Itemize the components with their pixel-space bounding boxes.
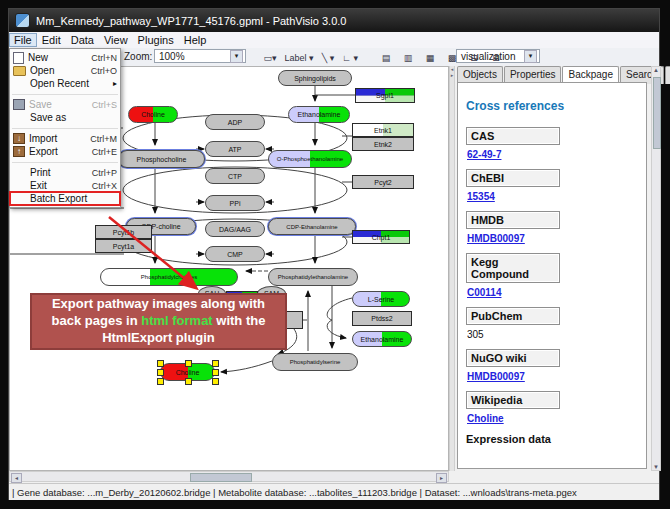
- node-phosphocholine[interactable]: Phosphocholine: [118, 150, 205, 168]
- xref-link[interactable]: 15354: [467, 191, 495, 202]
- export-icon: ↑: [13, 146, 25, 157]
- menu-item-label: Open Recent: [30, 78, 113, 89]
- label-tool-dropdown[interactable]: Label ▾: [281, 49, 317, 66]
- menu-item-shortcut: Ctrl+X: [92, 181, 117, 191]
- selection-handle[interactable]: [185, 378, 192, 385]
- node-etnk2[interactable]: Etnk2: [352, 137, 414, 151]
- chevron-down-icon[interactable]: ▾: [230, 50, 243, 63]
- node-phosphatidylethanolamine[interactable]: Phosphatidylethanolamine: [268, 268, 358, 286]
- menu-item-label: Save as: [30, 112, 117, 123]
- file-menu-item-open[interactable]: OpenCtrl+O: [10, 64, 120, 77]
- node-dag-aag[interactable]: DAG/AAG: [205, 221, 265, 237]
- file-menu-item-batch-export[interactable]: Batch Export: [10, 192, 120, 205]
- selection-handle[interactable]: [157, 378, 164, 385]
- xref-link[interactable]: 62-49-7: [467, 149, 501, 160]
- title-bar[interactable]: Mm_Kennedy_pathway_WP1771_45176.gpml - P…: [9, 9, 659, 32]
- selection-handle[interactable]: [212, 360, 219, 367]
- node-chpt1[interactable]: Chpt1: [352, 230, 410, 244]
- node-ctp[interactable]: CTP: [205, 168, 265, 184]
- node-pcyt2[interactable]: Pcyt2: [352, 175, 414, 189]
- status-bar: | Gene database: ...m_Derby_20120602.bri…: [9, 483, 659, 500]
- file-menu-item-save-as[interactable]: Save as: [10, 111, 120, 124]
- distribute-vertical-button[interactable]: ▩: [441, 49, 463, 66]
- menu-data[interactable]: Data: [66, 33, 99, 47]
- node-adp[interactable]: ADP: [205, 114, 265, 130]
- menu-item-label: New: [28, 52, 91, 63]
- common-height-button[interactable]: ⊞: [485, 49, 507, 66]
- node-ptdss2[interactable]: Ptdss2: [352, 311, 412, 326]
- xref-source-header: NuGO wiki: [466, 349, 560, 367]
- menu-item-shortcut: Ctrl+N: [91, 53, 117, 63]
- file-menu-item-print[interactable]: PrintCtrl+P: [10, 166, 120, 179]
- node-etnk1[interactable]: Etnk1: [352, 123, 414, 137]
- menu-plugins[interactable]: Plugins: [133, 33, 179, 47]
- node-ethanolamine-bottom[interactable]: Ethanolamine: [352, 331, 412, 347]
- connector-tool-dropdown[interactable]: ∟ ▾: [339, 49, 361, 66]
- canvas-horizontal-scrollbar[interactable]: ◂ ▸: [9, 471, 449, 482]
- datanode-type-dropdown[interactable]: ▭▾: [259, 49, 281, 66]
- node-ethanolamine-top[interactable]: Ethanolamine: [288, 106, 350, 123]
- window-title: Mm_Kennedy_pathway_WP1771_45176.gpml - P…: [36, 15, 346, 27]
- submenu-arrow-icon: ▸: [113, 79, 117, 88]
- node-o-phosphoethanolamine[interactable]: O-Phosphoethanolamine: [268, 150, 352, 168]
- node-hidden-gene[interactable]: [285, 311, 303, 329]
- scrollbar-thumb[interactable]: [653, 77, 661, 149]
- line-tool-dropdown[interactable]: ╲ ▾: [317, 49, 339, 66]
- file-menu-item-export[interactable]: ↑ExportCtrl+E: [10, 145, 120, 158]
- xref-value: HMDB00097: [467, 371, 638, 382]
- node-choline-top[interactable]: Choline: [128, 106, 178, 123]
- tab-legend[interactable]: Legend: [665, 66, 670, 84]
- xref-link[interactable]: HMDB00097: [467, 371, 525, 382]
- selection-handle[interactable]: [212, 378, 219, 385]
- xref-source-header: PubChem: [466, 307, 560, 325]
- file-menu-item-save[interactable]: SaveCtrl+S: [10, 98, 120, 111]
- align-center-x-button[interactable]: ▤: [375, 49, 397, 66]
- align-center-y-button[interactable]: ▥: [397, 49, 419, 66]
- panel-vertical-scrollbar[interactable]: ▲▼: [651, 66, 661, 471]
- menu-bar: FileEditDataViewPluginsHelp: [9, 32, 659, 49]
- menu-separator: [12, 124, 118, 129]
- menu-item-shortcut: Ctrl+S: [92, 100, 117, 110]
- xref-link[interactable]: HMDB00097: [467, 233, 525, 244]
- node-pcyt1a[interactable]: Pcyt1a: [95, 239, 152, 253]
- selection-handle[interactable]: [185, 360, 192, 367]
- node-phosphatidylcholines[interactable]: Phosphatidylcholines: [100, 268, 238, 286]
- node-cmp[interactable]: CMP: [205, 246, 265, 262]
- menu-item-shortcut: Ctrl+O: [91, 66, 117, 76]
- node-atp[interactable]: ATP: [205, 141, 265, 157]
- zoom-value: 100%: [159, 51, 185, 62]
- selection-handle[interactable]: [157, 360, 164, 367]
- file-menu-item-exit[interactable]: ExitCtrl+X: [10, 179, 120, 192]
- menu-item-shortcut: Ctrl+E: [92, 147, 117, 157]
- menu-help[interactable]: Help: [179, 33, 212, 47]
- node-sgpl1[interactable]: Sgpl1: [355, 88, 415, 103]
- scroll-left-icon[interactable]: ◂: [11, 473, 22, 483]
- selection-handle[interactable]: [212, 369, 219, 376]
- backpage-section: HMDBHMDB00097: [466, 211, 638, 244]
- xref-link[interactable]: Choline: [467, 413, 504, 424]
- distribute-horizontal-button[interactable]: ▦: [419, 49, 441, 66]
- menu-separator: [12, 90, 118, 95]
- selection-handle[interactable]: [157, 369, 164, 376]
- common-width-button[interactable]: ⊟: [463, 49, 485, 66]
- xref-value: C00114: [467, 287, 638, 298]
- node-pcyt1b[interactable]: Pcyt1b: [95, 225, 152, 239]
- node-phosphatidylserine[interactable]: Phosphatidylserine: [272, 353, 358, 371]
- scrollbar-thumb[interactable]: [190, 473, 252, 482]
- node-sphingolipids[interactable]: Sphingolipids: [278, 70, 352, 86]
- file-menu-item-new[interactable]: NewCtrl+N: [10, 51, 120, 64]
- no-icon: [13, 180, 26, 191]
- node-l-serine[interactable]: L-Serine: [352, 291, 410, 307]
- node-ppi[interactable]: PPi: [205, 195, 265, 211]
- expression-data-heading: Expression data: [466, 433, 638, 445]
- node-cdp-ethanolamine[interactable]: CDP-Ethanolamine: [268, 218, 356, 235]
- zoom-combobox[interactable]: 100% ▾: [154, 49, 246, 63]
- file-menu-item-open-recent[interactable]: Open Recent▸: [10, 77, 120, 90]
- menu-view[interactable]: View: [99, 33, 133, 47]
- scroll-right-icon[interactable]: ▸: [436, 473, 447, 483]
- chevron-down-icon[interactable]: ▾: [524, 50, 537, 63]
- xref-link[interactable]: C00114: [467, 287, 501, 298]
- menu-edit[interactable]: Edit: [37, 33, 66, 47]
- file-menu-item-import[interactable]: ↓ImportCtrl+M: [10, 132, 120, 145]
- menu-file[interactable]: File: [9, 33, 37, 47]
